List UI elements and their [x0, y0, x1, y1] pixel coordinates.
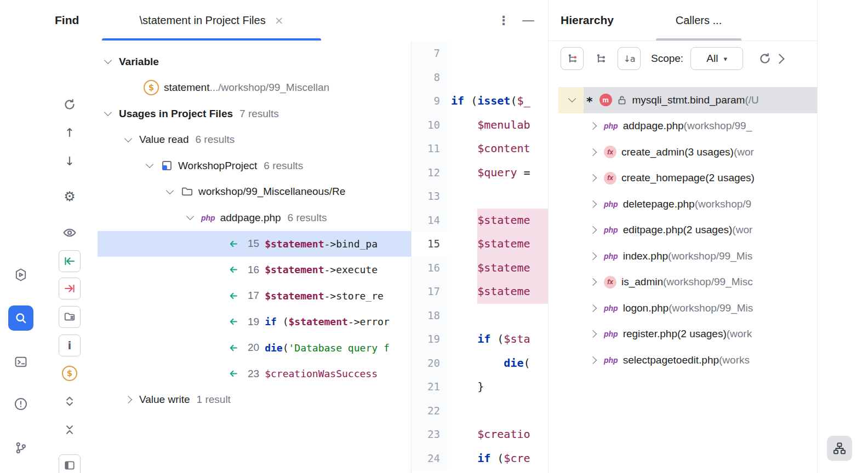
chevron-right-icon[interactable]: [589, 304, 597, 312]
chevron-down-icon[interactable]: [104, 108, 112, 116]
minimize-icon[interactable]: —: [522, 0, 535, 41]
usage-row-15[interactable]: 15 $statement->bind_pa: [98, 231, 411, 257]
group-by-directory-icon[interactable]: [59, 306, 81, 328]
find-results-tab[interactable]: \statement in Project Files ×: [102, 0, 321, 41]
tree-item-statement[interactable]: $ statement .../workshop/99_Miscellan: [98, 75, 411, 101]
caller-row[interactable]: fx create_homepage (2 usages): [558, 165, 818, 192]
usage-arrow-icon: [228, 316, 238, 327]
settings-gear-icon[interactable]: ⚙: [59, 186, 80, 207]
folder-icon: [181, 186, 193, 198]
tree-node-folder[interactable]: workshop/99_Miscellaneous/Re: [98, 179, 411, 205]
refresh-icon[interactable]: [754, 48, 776, 70]
chevron-right-icon[interactable]: [589, 356, 597, 364]
chevron-right-icon[interactable]: [124, 396, 132, 403]
line-number: 23: [412, 423, 448, 447]
caller-row[interactable]: php logon.php (workshop/99_Mis: [558, 295, 818, 321]
usage-line-number: 23: [248, 368, 259, 380]
hierarchy-header: Hierarchy Callers ...: [549, 0, 818, 41]
callee-hierarchy-icon[interactable]: [590, 48, 612, 70]
usage-row-20[interactable]: 20 die('Database query f: [98, 335, 411, 361]
inactive-tab-underline: [656, 38, 741, 41]
services-tool-button[interactable]: [8, 262, 33, 287]
line-number: 8: [412, 66, 448, 90]
chevron-right-icon[interactable]: [589, 226, 597, 234]
caller-row[interactable]: php editpage.php (2 usages) (wor: [558, 217, 818, 244]
usage-row-16[interactable]: 16 $statement->execute: [98, 257, 411, 283]
line-number: 11: [412, 137, 448, 161]
editor-line: 19 if ($sta: [412, 327, 548, 351]
find-panel-title: Find: [55, 0, 79, 41]
tree-node-project[interactable]: WorkshopProject 6 results: [98, 153, 411, 179]
line-number: 12: [412, 161, 448, 185]
preview-eye-icon[interactable]: [59, 222, 80, 243]
node-label: Value write: [139, 394, 190, 406]
hierarchy-root-row[interactable]: * m mysqli_stmt.bind_param (/U: [558, 87, 818, 113]
caller-row[interactable]: php index.php (workshop/99_Mis: [558, 243, 818, 269]
line-number: 17: [412, 280, 448, 304]
previous-occurrence-icon[interactable]: ↑: [59, 122, 80, 143]
tree-group-variable[interactable]: Variable: [98, 49, 411, 75]
callers-tab[interactable]: Callers ...: [656, 0, 741, 41]
chevron-right-icon[interactable]: [589, 122, 597, 130]
git-tool-button[interactable]: [8, 435, 33, 460]
info-icon[interactable]: i: [59, 334, 81, 356]
caller-row[interactable]: php addpage.php (workshop/99_: [558, 113, 818, 140]
chevron-right-icon[interactable]: [589, 330, 597, 338]
search-tool-button[interactable]: [8, 305, 33, 331]
tree-group-usages[interactable]: Usages in Project Files 7 results: [98, 101, 411, 127]
chevron-right-icon[interactable]: [589, 200, 597, 208]
scope-value: All: [706, 53, 718, 65]
caller-row[interactable]: php register.php (2 usages) (work: [558, 321, 818, 348]
chevron-right-icon[interactable]: [589, 252, 597, 260]
close-icon[interactable]: ×: [275, 14, 284, 27]
hierarchy-panel: Hierarchy Callers ... ↓a Scope: All ▾ * …: [548, 0, 818, 473]
line-number: 13: [412, 184, 448, 209]
function-icon: fx: [604, 276, 616, 289]
variable-filter-icon[interactable]: $: [59, 363, 80, 384]
caller-row[interactable]: fx create_admin (3 usages) (wor: [558, 139, 818, 165]
chevron-right-icon[interactable]: [589, 148, 597, 156]
method-name: mysqli_stmt.bind_param: [632, 94, 745, 106]
expand-panel-icon[interactable]: [774, 54, 784, 64]
usage-row-17[interactable]: 17 $statement->store_re: [98, 283, 411, 309]
hierarchy-tool-button[interactable]: [827, 436, 852, 461]
write-access-icon[interactable]: [59, 278, 81, 299]
group-label: Usages in Project Files: [119, 108, 233, 120]
editor-line: 9if (isset($_: [412, 89, 548, 113]
caller-row[interactable]: php selectpagetoedit.php (works: [558, 347, 818, 373]
usage-code: $statement->store_re: [265, 290, 384, 302]
chevron-down-icon[interactable]: [146, 160, 153, 168]
caller-hierarchy-icon[interactable]: [561, 47, 584, 70]
caller-row[interactable]: fx is_admin (workshop/99_Misc: [558, 269, 818, 296]
chevron-down-icon[interactable]: [104, 56, 112, 64]
tree-node-value-write[interactable]: Value write 1 result: [98, 387, 411, 413]
chevron-right-icon[interactable]: [589, 174, 597, 182]
expand-all-icon[interactable]: [59, 391, 80, 412]
chevron-right-icon[interactable]: [589, 278, 597, 286]
collapse-all-icon[interactable]: [59, 419, 80, 440]
refresh-icon[interactable]: [59, 94, 80, 115]
problems-tool-button[interactable]: [8, 391, 33, 417]
preview-panel-icon[interactable]: [59, 454, 81, 473]
variable-name: statement: [164, 82, 209, 94]
next-occurrence-icon[interactable]: ↓: [59, 151, 80, 171]
scope-dropdown[interactable]: All ▾: [690, 47, 743, 70]
code-editor[interactable]: 7 8 9if (isset($_ 10 $menulab 11 $conten…: [411, 41, 548, 473]
chevron-down-icon[interactable]: [186, 212, 194, 220]
tree-node-addpage[interactable]: php addpage.php 6 results: [98, 205, 411, 231]
tree-node-value-read[interactable]: Value read 6 results: [98, 127, 411, 153]
usage-row-19[interactable]: 19 if ($statement->error: [98, 309, 411, 335]
chevron-down-icon[interactable]: [124, 135, 132, 142]
method-icon: m: [599, 94, 612, 106]
usage-line-number: 20: [248, 342, 259, 354]
editor-line: 12 $query =: [412, 161, 548, 185]
chevron-down-icon[interactable]: [166, 187, 174, 194]
sort-alphabetically-icon[interactable]: ↓a: [618, 47, 641, 70]
usage-code: if ($statement->error: [265, 316, 390, 327]
terminal-tool-button[interactable]: [8, 349, 33, 374]
read-access-icon[interactable]: [59, 250, 81, 272]
caller-row[interactable]: php deletepage.php (workshop/9: [558, 191, 818, 217]
php-file-icon: php: [604, 200, 618, 209]
usage-row-23[interactable]: 23 $creationWasSuccess: [98, 361, 411, 387]
more-options-icon[interactable]: ⋮: [498, 0, 510, 41]
